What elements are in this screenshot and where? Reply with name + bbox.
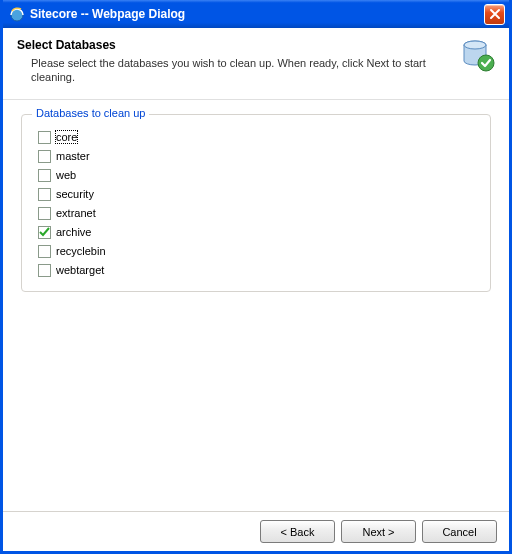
list-item: master bbox=[38, 150, 474, 163]
list-item: web bbox=[38, 169, 474, 182]
databases-fieldset: Databases to clean up coremasterwebsecur… bbox=[21, 114, 491, 292]
dialog-window: Sitecore -- Webpage Dialog Select Databa… bbox=[0, 0, 512, 554]
list-item: extranet bbox=[38, 207, 474, 220]
ie-icon bbox=[9, 6, 25, 22]
database-checkbox[interactable] bbox=[38, 169, 51, 182]
list-item: webtarget bbox=[38, 264, 474, 277]
back-button[interactable]: < Back bbox=[260, 520, 335, 543]
list-item: security bbox=[38, 188, 474, 201]
database-checkbox[interactable] bbox=[38, 188, 51, 201]
svg-point-2 bbox=[464, 41, 486, 49]
list-item: core bbox=[38, 131, 474, 144]
header-text: Select Databases Please select the datab… bbox=[17, 38, 451, 85]
page-description: Please select the databases you wish to … bbox=[17, 56, 451, 85]
database-checkbox[interactable] bbox=[38, 131, 51, 144]
database-checkbox[interactable] bbox=[38, 207, 51, 220]
database-checkbox[interactable] bbox=[38, 245, 51, 258]
svg-point-3 bbox=[478, 55, 494, 71]
body-area: Databases to clean up coremasterwebsecur… bbox=[3, 100, 509, 511]
database-label[interactable]: core bbox=[56, 131, 77, 143]
database-label[interactable]: webtarget bbox=[56, 264, 104, 276]
header-area: Select Databases Please select the datab… bbox=[3, 28, 509, 100]
database-checkbox[interactable] bbox=[38, 264, 51, 277]
database-list: coremasterwebsecurityextranetarchiverecy… bbox=[38, 131, 474, 277]
database-label[interactable]: security bbox=[56, 188, 94, 200]
fieldset-legend: Databases to clean up bbox=[32, 107, 149, 119]
close-icon bbox=[489, 8, 501, 20]
close-button[interactable] bbox=[484, 4, 505, 25]
database-label[interactable]: extranet bbox=[56, 207, 96, 219]
button-bar: < Back Next > Cancel bbox=[3, 511, 509, 551]
database-label[interactable]: archive bbox=[56, 226, 91, 238]
database-checkbox[interactable] bbox=[38, 226, 51, 239]
page-title: Select Databases bbox=[17, 38, 451, 52]
list-item: recyclebin bbox=[38, 245, 474, 258]
database-ok-icon bbox=[461, 38, 495, 72]
list-item: archive bbox=[38, 226, 474, 239]
dialog-content: Select Databases Please select the datab… bbox=[3, 28, 509, 551]
titlebar: Sitecore -- Webpage Dialog bbox=[3, 0, 509, 28]
database-checkbox[interactable] bbox=[38, 150, 51, 163]
database-label[interactable]: web bbox=[56, 169, 76, 181]
database-label[interactable]: master bbox=[56, 150, 90, 162]
database-label[interactable]: recyclebin bbox=[56, 245, 106, 257]
cancel-button[interactable]: Cancel bbox=[422, 520, 497, 543]
next-button[interactable]: Next > bbox=[341, 520, 416, 543]
window-title: Sitecore -- Webpage Dialog bbox=[30, 7, 484, 21]
